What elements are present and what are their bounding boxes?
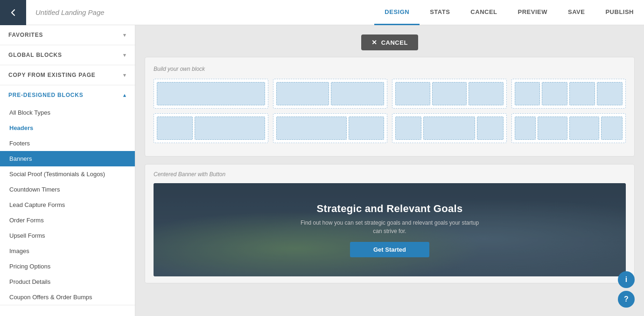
sidebar-item-footers[interactable]: Footers [0, 136, 135, 151]
chevron-down-icon: ▾ [123, 32, 126, 38]
sidebar-item-images[interactable]: Images [0, 243, 135, 259]
sidebar-item-product-details[interactable]: Product Details [0, 274, 135, 289]
banner-subtext: Find out how you can set strategic goals… [296, 219, 483, 235]
layout-col [515, 117, 536, 140]
help-button[interactable]: ? [618, 291, 635, 308]
tab-stats[interactable]: STATS [420, 0, 460, 25]
chevron-down-icon: ▾ [123, 52, 126, 58]
layout-option-3col[interactable] [392, 79, 507, 109]
chevron-down-icon: ▾ [123, 72, 126, 78]
sidebar-section-pre-designed-blocks: PRE-DESIGNED BLOCKS ▴ All Block Types He… [0, 85, 135, 305]
pre-designed-menu: All Block Types Headers Footers Banners … [0, 105, 135, 305]
layout-grid-row2 [154, 113, 626, 143]
nav-tabs: DESIGN STATS CANCEL PREVIEW SAVE PUBLISH [374, 0, 644, 25]
layout-col [423, 117, 475, 140]
sidebar-section-favorites: FAVORITES ▾ [0, 25, 135, 45]
content-area: ✕ CANCEL Build your own block [135, 25, 644, 316]
pre-designed-label: PRE-DESIGNED BLOCKS [8, 92, 84, 98]
layout-col [157, 82, 265, 105]
layout-col [157, 117, 193, 140]
layout-col [331, 82, 384, 105]
sidebar-section-global-blocks: GLOBAL BLOCKS ▾ [0, 45, 135, 65]
layout-option-2col[interactable] [273, 79, 388, 109]
tab-design[interactable]: DESIGN [374, 0, 420, 25]
layout-col [276, 117, 347, 140]
tab-cancel[interactable]: CANCEL [460, 0, 507, 25]
sidebar-section-copy-from-existing: COPY FROM EXISTING PAGE ▾ [0, 65, 135, 85]
sidebar-item-all-block-types[interactable]: All Block Types [0, 105, 135, 120]
layout-col [538, 117, 567, 140]
layout-col [569, 117, 599, 140]
layout-col [395, 117, 421, 140]
banner-heading: Strategic and Relevant Goals [317, 203, 463, 215]
cancel-banner-button[interactable]: ✕ CANCEL [361, 34, 418, 50]
preview-label: Centered Banner with Button [154, 171, 626, 178]
sidebar-section-header-copy-from-existing[interactable]: COPY FROM EXISTING PAGE ▾ [0, 65, 135, 85]
layout-option-1col[interactable] [154, 79, 268, 109]
block-builder-title: Build your own block [154, 66, 626, 72]
layout-option-2-3-1-3[interactable] [273, 113, 388, 143]
tab-publish[interactable]: PUBLISH [595, 0, 644, 25]
banner-cta-button[interactable]: Get Started [350, 242, 429, 257]
sidebar-section-header-pre-designed[interactable]: PRE-DESIGNED BLOCKS ▴ [0, 85, 135, 105]
chevron-up-icon: ▴ [123, 92, 126, 98]
layout-col [597, 82, 623, 105]
preview-section: Centered Banner with Button Strategic an… [145, 164, 635, 283]
back-button[interactable] [0, 0, 26, 25]
banner-preview[interactable]: Strategic and Relevant Goals Find out ho… [154, 183, 626, 276]
banner-content: Strategic and Relevant Goals Find out ho… [296, 203, 483, 257]
layout-col [569, 82, 595, 105]
sidebar-item-order-forms[interactable]: Order Forms [0, 213, 135, 228]
tab-preview[interactable]: PREVIEW [508, 0, 558, 25]
layout-col [195, 117, 265, 140]
layout-col [477, 117, 503, 140]
layout-col [542, 82, 567, 105]
layout-col [349, 117, 385, 140]
layout-grid-row1 [154, 79, 626, 109]
sidebar-item-coupon-offers[interactable]: Coupon Offers & Order Bumps [0, 289, 135, 305]
sidebar-item-social-proof[interactable]: Social Proof (Testimonials & Logos) [0, 166, 135, 182]
cancel-banner: ✕ CANCEL [145, 34, 635, 50]
cancel-x-icon: ✕ [371, 39, 378, 46]
layout-col [601, 117, 623, 140]
layout-col [395, 82, 430, 105]
cancel-banner-label: CANCEL [381, 39, 408, 46]
sidebar: FAVORITES ▾ GLOBAL BLOCKS ▾ COPY FROM EX… [0, 25, 135, 316]
layout-col [276, 82, 329, 105]
copy-from-label: COPY FROM EXISTING PAGE [8, 72, 96, 78]
main-layout: FAVORITES ▾ GLOBAL BLOCKS ▾ COPY FROM EX… [0, 25, 644, 316]
sidebar-section-header-global-blocks[interactable]: GLOBAL BLOCKS ▾ [0, 45, 135, 65]
sidebar-item-lead-capture-forms[interactable]: Lead Capture Forms [0, 197, 135, 213]
sidebar-item-countdown-timers[interactable]: Countdown Timers [0, 182, 135, 197]
layout-option-1-3-2-3[interactable] [154, 113, 268, 143]
layout-col [432, 82, 467, 105]
sidebar-item-headers[interactable]: Headers [0, 120, 135, 136]
layout-col [469, 82, 504, 105]
sidebar-item-pricing-options[interactable]: Pricing Options [0, 259, 135, 274]
page-title: Untitled Landing Page [26, 8, 374, 16]
tab-save[interactable]: SAVE [558, 0, 595, 25]
sidebar-item-upsell-forms[interactable]: Upsell Forms [0, 228, 135, 243]
top-nav: Untitled Landing Page DESIGN STATS CANCE… [0, 0, 644, 25]
layout-col [515, 82, 540, 105]
layout-option-3col-wide-center[interactable] [392, 113, 507, 143]
sidebar-item-banners[interactable]: Banners [0, 151, 135, 166]
block-builder: Build your own block [145, 57, 635, 157]
info-button[interactable]: i [618, 271, 635, 288]
layout-option-4col-narrow[interactable] [511, 113, 626, 143]
global-blocks-label: GLOBAL BLOCKS [8, 52, 62, 58]
favorites-label: FAVORITES [8, 32, 43, 38]
layout-option-4col[interactable] [511, 79, 626, 109]
sidebar-section-header-favorites[interactable]: FAVORITES ▾ [0, 25, 135, 45]
